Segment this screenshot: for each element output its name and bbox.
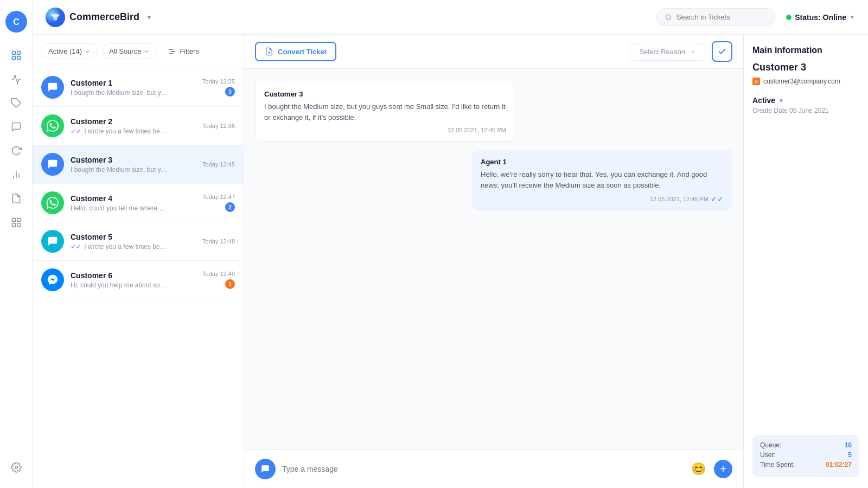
- active-filter-button[interactable]: Active (14): [41, 43, 98, 59]
- svg-rect-12: [12, 223, 15, 227]
- filters-label: Filters: [180, 47, 199, 55]
- ticket-item[interactable]: Customer 5 ✓✓ I wrote you a few times be…: [33, 222, 244, 261]
- ticket-customer-name: Customer 6: [71, 271, 196, 280]
- status-badge[interactable]: Status: Online ▼: [786, 13, 855, 22]
- customer-name: Customer 3: [752, 62, 859, 73]
- ticket-item[interactable]: Customer 4 Hello, could you tell me wher…: [33, 184, 244, 222]
- ticket-meta: Today 12:48: [202, 238, 235, 245]
- status-label: Status: Online: [795, 13, 846, 22]
- ticket-preview: I bought the Medium size, but you guys..…: [71, 89, 168, 97]
- avatar: [41, 191, 64, 214]
- svg-line-18: [670, 18, 671, 20]
- sidebar-item-tags[interactable]: [7, 93, 26, 113]
- convert-ticket-icon: [265, 47, 273, 56]
- svg-rect-4: [12, 56, 15, 60]
- ticket-customer-name: Customer 4: [71, 194, 196, 203]
- ticket-customer-name: Customer 3: [71, 156, 196, 164]
- filters-icon: [168, 47, 176, 56]
- ticket-badge: 2: [225, 202, 235, 212]
- ticket-customer-name: Customer 1: [71, 79, 196, 87]
- filters-button[interactable]: Filters: [161, 44, 205, 59]
- source-filter-dropdown-icon: [143, 48, 150, 55]
- convert-ticket-button[interactable]: Convert Ticket: [255, 42, 336, 61]
- chat-toolbar: Convert Ticket Select Reason: [244, 35, 743, 69]
- ticket-info: Customer 1 I bought the Medium size, but…: [71, 79, 196, 97]
- active-filter-dropdown-icon: [84, 48, 91, 55]
- info-section-title: Main information: [752, 46, 859, 55]
- svg-rect-5: [17, 56, 20, 60]
- select-reason-dropdown-icon: [690, 48, 696, 55]
- chat-input-icon[interactable]: [255, 459, 276, 479]
- email-icon: @: [752, 78, 760, 85]
- add-button[interactable]: +: [714, 460, 732, 478]
- sidebar-item-messages[interactable]: [7, 117, 26, 137]
- ticket-item[interactable]: Customer 1 I bought the Medium size, but…: [33, 68, 244, 107]
- time-label: Time Spent:: [760, 461, 795, 468]
- ticket-item[interactable]: Customer 2 ✓✓ I wrote you a few times be…: [33, 107, 244, 145]
- app-title: CommerceBird: [69, 11, 139, 23]
- svg-rect-13: [17, 223, 20, 227]
- sidebar-item-notes[interactable]: [7, 189, 26, 208]
- stats-card: Queue: 10 User: 5 Time Spent: 01:02:27: [752, 435, 859, 477]
- status-online-dot: [786, 15, 792, 20]
- user-value: 5: [848, 451, 852, 459]
- sidebar-logo: C: [5, 11, 27, 33]
- ticket-info: Customer 3 I bought the Medium size, but…: [71, 156, 196, 174]
- ticket-customer-name: Customer 5: [71, 233, 196, 241]
- select-reason-dropdown[interactable]: Select Reason: [630, 43, 705, 61]
- ticket-time: Today 12:36: [202, 123, 235, 129]
- sidebar-item-reports[interactable]: [7, 165, 26, 184]
- svg-point-14: [15, 466, 17, 469]
- confirm-button[interactable]: [712, 41, 732, 62]
- svg-text:C: C: [13, 17, 20, 27]
- svg-rect-3: [17, 52, 20, 55]
- whatsapp-icon: [47, 120, 59, 132]
- ticket-customer-name: Customer 2: [71, 117, 196, 126]
- svg-point-17: [666, 15, 671, 19]
- avatar: [41, 114, 64, 137]
- ticket-time: Today 12:47: [202, 194, 235, 200]
- source-filter-button[interactable]: All Source: [102, 43, 157, 59]
- chat-icon: [47, 235, 59, 247]
- ticket-info: Customer 2 ✓✓ I wrote you a few times be…: [71, 117, 196, 135]
- create-date: Create Date 05 June 2021: [752, 107, 859, 114]
- chat-messages: Customer 3 I bought the Medium size, but…: [244, 69, 743, 450]
- select-reason-label: Select Reason: [639, 48, 685, 56]
- ticket-item[interactable]: Customer 6 Hi, could you help me about s…: [33, 261, 244, 299]
- search-box[interactable]: [656, 8, 775, 26]
- message-text: Hello, we're really sorry to hear that. …: [481, 169, 724, 190]
- ticket-meta: Today 12:35 3: [202, 78, 235, 97]
- search-icon: [665, 14, 672, 21]
- status-dropdown-icon[interactable]: ▼: [778, 98, 784, 104]
- message-input[interactable]: [282, 465, 682, 473]
- stats-row-time: Time Spent: 01:02:27: [760, 461, 852, 468]
- source-filter-label: All Source: [109, 47, 141, 55]
- status-row: Active ▼: [752, 96, 859, 105]
- status-text: Active: [752, 96, 775, 105]
- ticket-preview: ✓✓ I wrote you a few times before for...: [71, 127, 168, 135]
- stats-row-queue: Queue: 10: [760, 441, 852, 449]
- ticket-item[interactable]: Customer 3 I bought the Medium size, but…: [33, 145, 244, 184]
- ticket-info: Customer 5 ✓✓ I wrote you a few times be…: [71, 233, 196, 251]
- check-icon: [717, 47, 727, 56]
- sidebar-item-grid[interactable]: [7, 213, 26, 232]
- svg-rect-10: [12, 219, 15, 222]
- avatar: [41, 268, 64, 291]
- svg-rect-2: [12, 52, 15, 55]
- emoji-button[interactable]: 😊: [689, 460, 707, 478]
- ticket-time: Today 12:48: [202, 238, 235, 245]
- ticket-list-panel: Active (14) All Source Filters: [33, 35, 244, 488]
- search-input[interactable]: [676, 13, 767, 21]
- sidebar-item-refresh[interactable]: [7, 141, 26, 160]
- message-time: 12.05.2021, 12:45 PM: [264, 127, 506, 133]
- sidebar-item-dashboard[interactable]: [7, 46, 26, 65]
- message-sender: Agent 1: [481, 158, 724, 166]
- sidebar-item-settings[interactable]: [7, 458, 26, 477]
- svg-point-16: [53, 16, 58, 21]
- sidebar-item-analytics[interactable]: [7, 69, 26, 89]
- ticket-time: Today 12:35: [202, 78, 235, 85]
- active-filter-label: Active (14): [48, 47, 82, 55]
- app-dropdown-icon[interactable]: ▼: [146, 14, 152, 21]
- ticket-preview: Hi, could you help me about something?: [71, 281, 168, 289]
- info-panel: Main information Customer 3 @ customer3@…: [743, 35, 868, 488]
